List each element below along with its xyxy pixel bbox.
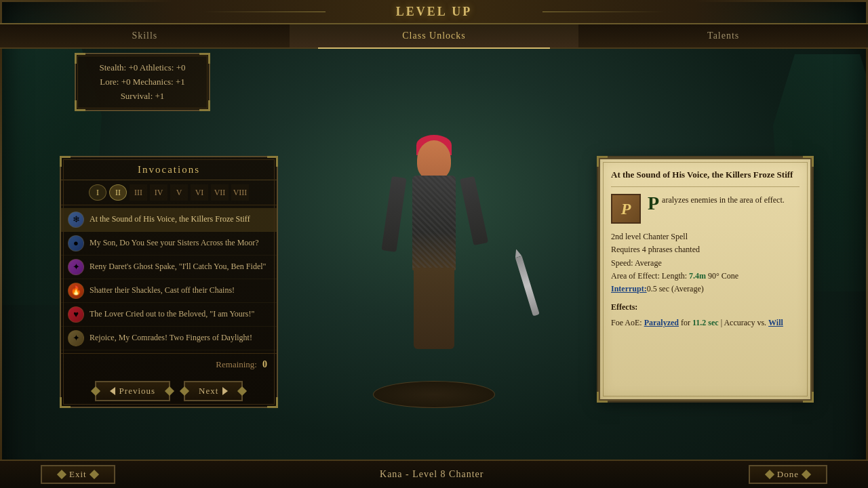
roman-tab-VIII[interactable]: VIII bbox=[231, 184, 249, 201]
spell-interrupt: Interrupt:0.5 sec (Average) bbox=[611, 283, 800, 296]
nav-buttons: Previous Next bbox=[61, 375, 277, 407]
roman-tab-V[interactable]: V bbox=[170, 184, 188, 201]
roman-tab-II[interactable]: II bbox=[109, 184, 127, 201]
spell-desc-content: At the Sound of His Voice, the Killers F… bbox=[598, 157, 812, 401]
stats-panel: Stealth: +0 Athletics: +0 Lore: +0 Mecha… bbox=[75, 53, 210, 111]
spell-stats: 2nd level Chanter Spell Requires 4 phras… bbox=[611, 230, 800, 296]
spell-item-5[interactable]: ♥ The Lover Cried out to the Beloved, "I… bbox=[61, 303, 277, 327]
tab-class-unlocks[interactable]: Class Unlocks bbox=[290, 24, 579, 47]
remaining-value: 0 bbox=[262, 359, 267, 370]
roman-tabs: I II III IV V VI VII VIII bbox=[61, 180, 277, 205]
character-info: Kana - Level 8 Chanter bbox=[380, 469, 484, 480]
spell-icon-6: ✦ bbox=[68, 330, 84, 346]
invocations-frame: Invocations I II III IV V VI VII VIII ❄ … bbox=[60, 156, 278, 408]
exit-diamond-left bbox=[57, 470, 66, 479]
next-diamond-left bbox=[180, 386, 189, 396]
spell-icon-5: ♥ bbox=[68, 306, 84, 323]
spell-area: Area of Effect: Length: 7.4m 90° Cone bbox=[611, 270, 800, 283]
remaining-label: Remaining: bbox=[216, 359, 257, 370]
level-up-banner: LEVEL UP bbox=[0, 0, 868, 24]
left-divider bbox=[0, 49, 2, 460]
spell-item-4[interactable]: 🔥 Shatter their Shackles, Cast off their… bbox=[61, 279, 277, 303]
spell-name-2: My Son, Do You See your Sisters Across t… bbox=[90, 238, 259, 249]
effects-title: Effects: bbox=[611, 301, 800, 314]
character-platform bbox=[373, 381, 495, 408]
invocations-panel: Invocations I II III IV V VI VII VIII ❄ … bbox=[60, 156, 278, 408]
spell-icon-1: ❄ bbox=[68, 211, 84, 228]
invocations-title: Invocations bbox=[61, 157, 277, 180]
nav-tabs: Skills Class Unlocks Talents bbox=[0, 24, 868, 49]
next-arrow bbox=[222, 387, 228, 395]
next-diamond-right bbox=[237, 386, 247, 396]
effects-detail: Foe AoE: Paralyzed for 11.2 sec | Accura… bbox=[611, 317, 800, 329]
spell-item-2[interactable]: ● My Son, Do You See your Sisters Across… bbox=[61, 232, 277, 256]
done-button[interactable]: Done bbox=[749, 465, 827, 484]
spell-speed: Speed: Average bbox=[611, 257, 800, 270]
spell-icon-4: 🔥 bbox=[68, 283, 84, 299]
tab-skills[interactable]: Skills bbox=[0, 24, 290, 47]
spell-desc-body: P Paralyzes enemies in the area of effec… bbox=[611, 194, 800, 224]
spell-detail-frame: At the Sound of His Voice, the Killers F… bbox=[597, 156, 814, 403]
prev-diamond-right bbox=[165, 386, 174, 396]
roman-tab-III[interactable]: III bbox=[130, 184, 147, 201]
spell-detail-panel: At the Sound of His Voice, the Killers F… bbox=[597, 156, 814, 403]
spell-icon-2: ● bbox=[68, 235, 84, 251]
char-torso bbox=[412, 176, 456, 270]
spell-list: ❄ At the Sound of His Voice, the Killers… bbox=[61, 205, 277, 353]
level-up-title: LEVEL UP bbox=[396, 5, 473, 19]
spell-icon-3: ✦ bbox=[68, 259, 84, 275]
spell-name-4: Shatter their Shackles, Cast off their C… bbox=[90, 285, 235, 296]
tab-talents[interactable]: Talents bbox=[578, 24, 868, 47]
character-figure bbox=[359, 83, 509, 408]
roman-tab-IV[interactable]: IV bbox=[150, 184, 167, 201]
spell-effect-text: Paralyzes enemies in the area of effect. bbox=[648, 194, 800, 224]
spell-item-1[interactable]: ❄ At the Sound of His Voice, the Killers… bbox=[61, 208, 277, 232]
roman-tab-VII[interactable]: VII bbox=[211, 184, 229, 201]
header: LEVEL UP Skills Class Unlocks Talents bbox=[0, 0, 868, 49]
character-body bbox=[400, 140, 468, 384]
next-button[interactable]: Next bbox=[184, 381, 243, 401]
char-head bbox=[417, 140, 451, 180]
character-area bbox=[298, 49, 570, 442]
spell-name-5: The Lover Cried out to the Beloved, "I a… bbox=[90, 309, 254, 320]
prev-arrow bbox=[110, 387, 115, 395]
prev-diamond-left bbox=[91, 386, 100, 396]
spell-desc-title: At the Sound of His Voice, the Killers F… bbox=[611, 169, 800, 187]
spell-item-3[interactable]: ✦ Reny Daret's Ghost Spake, "I'll Catch … bbox=[61, 256, 277, 279]
done-diamond-right bbox=[802, 470, 811, 479]
spell-effects: Effects: Foe AoE: Paralyzed for 11.2 sec… bbox=[611, 301, 800, 329]
roman-tab-I[interactable]: I bbox=[89, 184, 106, 201]
spell-big-icon: P bbox=[611, 194, 641, 224]
spell-requires: Requires 4 phrases chanted bbox=[611, 243, 800, 256]
spell-level: 2nd level Chanter Spell bbox=[611, 230, 800, 243]
previous-button[interactable]: Previous bbox=[95, 381, 171, 401]
exit-button[interactable]: Exit bbox=[41, 465, 115, 484]
char-sword bbox=[515, 256, 540, 317]
spell-item-6[interactable]: ✦ Rejoice, My Comrades! Two Fingers of D… bbox=[61, 327, 277, 350]
spell-name-6: Rejoice, My Comrades! Two Fingers of Day… bbox=[90, 333, 252, 344]
stats-text: Stealth: +0 Athletics: +0 Lore: +0 Mecha… bbox=[87, 61, 198, 103]
bottom-bar: Exit Kana - Level 8 Chanter Done bbox=[0, 460, 868, 488]
char-arm-left bbox=[381, 176, 406, 252]
char-legs bbox=[414, 268, 454, 349]
exit-diamond-right bbox=[90, 470, 99, 479]
done-diamond-left bbox=[765, 470, 774, 479]
roman-tab-VI[interactable]: VI bbox=[191, 184, 208, 201]
spell-name-1: At the Sound of His Voice, the Killers F… bbox=[90, 214, 250, 225]
char-arm-right bbox=[460, 176, 488, 245]
spell-name-3: Reny Daret's Ghost Spake, "I'll Catch Yo… bbox=[90, 262, 266, 272]
remaining-row: Remaining: 0 bbox=[61, 353, 277, 375]
